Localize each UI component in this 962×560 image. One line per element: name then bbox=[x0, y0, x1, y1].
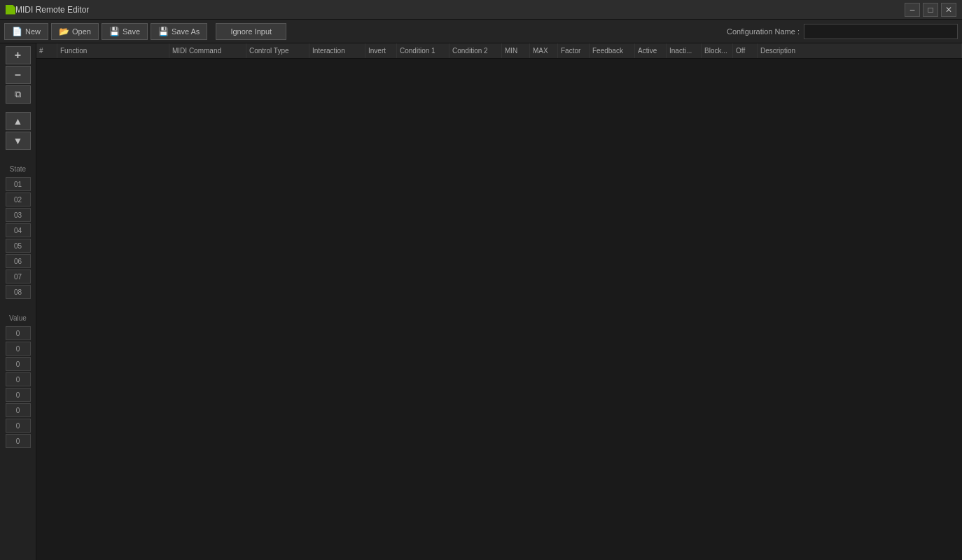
state-08-button[interactable]: 08 bbox=[6, 285, 31, 299]
state-03-button[interactable]: 03 bbox=[6, 208, 31, 222]
state-02-button[interactable]: 02 bbox=[6, 192, 31, 206]
col-header-inactive: Inacti... bbox=[667, 43, 702, 58]
col-header-feedback: Feedback bbox=[590, 43, 635, 58]
col-header-factor: Factor bbox=[558, 43, 590, 58]
config-name-input[interactable] bbox=[804, 24, 958, 39]
app-title: MIDI Remote Editor bbox=[15, 5, 89, 15]
remove-row-button[interactable]: – bbox=[6, 66, 31, 84]
state-01-button[interactable]: 01 bbox=[6, 177, 31, 191]
col-header-interaction: Interaction bbox=[309, 43, 365, 58]
state-06-button[interactable]: 06 bbox=[6, 254, 31, 268]
col-header-invert: Invert bbox=[365, 43, 397, 58]
move-down-button[interactable]: ▼ bbox=[6, 132, 31, 150]
state-section-label: State bbox=[10, 165, 26, 173]
value-06: 0 bbox=[6, 403, 31, 417]
save-label: Save bbox=[123, 27, 140, 36]
state-05-button[interactable]: 05 bbox=[6, 239, 31, 253]
col-header-active: Active bbox=[635, 43, 667, 58]
save-as-icon: 💾 bbox=[158, 27, 169, 36]
maximize-button[interactable]: □ bbox=[923, 3, 938, 17]
open-icon: 📂 bbox=[59, 27, 69, 36]
minimize-button[interactable]: – bbox=[905, 3, 920, 17]
col-header-condition2: Condition 2 bbox=[449, 43, 502, 58]
value-section-label: Value bbox=[9, 314, 27, 322]
move-up-button[interactable]: ▲ bbox=[6, 112, 31, 130]
save-as-button[interactable]: 💾 Save As bbox=[151, 23, 207, 40]
value-02: 0 bbox=[6, 342, 31, 356]
copy-row-button[interactable]: ⧉ bbox=[6, 85, 31, 104]
value-05: 0 bbox=[6, 388, 31, 402]
value-04: 0 bbox=[6, 372, 31, 386]
content-area: # Function MIDI Command Control Type Int… bbox=[36, 43, 962, 560]
save-button[interactable]: 💾 Save bbox=[102, 23, 148, 40]
app-icon bbox=[6, 5, 15, 15]
value-07: 0 bbox=[6, 419, 31, 433]
col-header-function: Function bbox=[57, 43, 169, 58]
open-label: Open bbox=[72, 27, 91, 36]
col-header-max: MAX bbox=[530, 43, 558, 58]
close-button[interactable]: ✕ bbox=[941, 3, 956, 17]
table-body bbox=[36, 59, 962, 560]
config-name-area: Configuration Name : bbox=[727, 24, 958, 39]
new-button[interactable]: 📄 New bbox=[4, 23, 48, 40]
col-header-description: Description bbox=[758, 43, 962, 58]
save-icon: 💾 bbox=[109, 27, 120, 36]
open-button[interactable]: 📂 Open bbox=[51, 23, 99, 40]
config-name-label: Configuration Name : bbox=[727, 27, 800, 36]
col-header-hash: # bbox=[36, 43, 57, 58]
main-area: + – ⧉ ▲ ▼ State 01 02 03 04 05 06 07 08 … bbox=[0, 43, 962, 560]
new-label: New bbox=[25, 27, 41, 36]
col-header-control: Control Type bbox=[246, 43, 309, 58]
col-header-condition1: Condition 1 bbox=[397, 43, 449, 58]
save-as-label: Save As bbox=[172, 27, 200, 36]
value-08: 0 bbox=[6, 434, 31, 448]
table-header: # Function MIDI Command Control Type Int… bbox=[36, 43, 962, 59]
title-bar: MIDI Remote Editor – □ ✕ bbox=[0, 0, 962, 20]
col-header-midi: MIDI Command bbox=[169, 43, 246, 58]
sidebar: + – ⧉ ▲ ▼ State 01 02 03 04 05 06 07 08 … bbox=[0, 43, 36, 560]
value-01: 0 bbox=[6, 326, 31, 340]
state-04-button[interactable]: 04 bbox=[6, 223, 31, 237]
add-row-button[interactable]: + bbox=[6, 46, 31, 64]
new-icon: 📄 bbox=[12, 27, 22, 36]
ignore-input-button[interactable]: Ignore Input bbox=[216, 23, 286, 40]
col-header-block: Block... bbox=[702, 43, 733, 58]
state-07-button[interactable]: 07 bbox=[6, 270, 31, 284]
value-03: 0 bbox=[6, 357, 31, 371]
window-controls: – □ ✕ bbox=[905, 3, 956, 17]
toolbar: 📄 New 📂 Open 💾 Save 💾 Save As Ignore Inp… bbox=[0, 20, 962, 43]
col-header-min: MIN bbox=[502, 43, 530, 58]
col-header-off: Off bbox=[733, 43, 758, 58]
